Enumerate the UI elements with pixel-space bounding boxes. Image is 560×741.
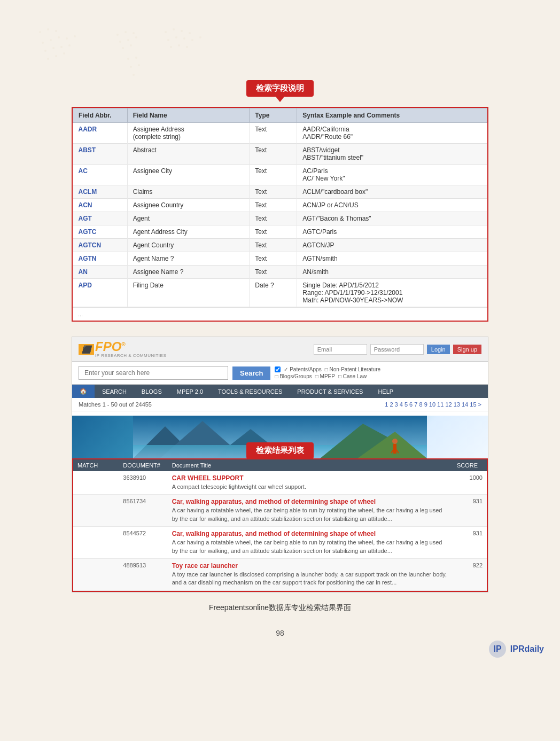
doc-id: 4889513 — [119, 558, 167, 590]
svg-point-17 — [133, 32, 135, 34]
svg-text:IP: IP — [493, 644, 501, 653]
svg-point-22 — [130, 44, 132, 46]
field-syntax: AGT/"Bacon & Thomas" — [297, 212, 487, 225]
svg-point-30 — [191, 39, 193, 41]
field-syntax: Single Date: APD/1/5/2012Range: APD/1/1/… — [297, 279, 487, 307]
field-abbr: AGT — [73, 212, 128, 225]
doc-id: 8561734 — [119, 495, 167, 527]
doc-title[interactable]: CAR WHEEL SUPPORT — [172, 474, 448, 482]
fpo-logo-icon: ⬛ — [82, 345, 91, 354]
col-title: Document Title — [168, 459, 453, 471]
doc-title-cell: CAR WHEEL SUPPORT A compact telescopic l… — [168, 471, 453, 495]
field-table-label: 检索字段说明 — [246, 80, 314, 97]
match-col — [73, 495, 119, 527]
svg-point-8 — [68, 44, 71, 46]
table-row: AC Assignee City Text AC/ParisAC/"New Yo… — [73, 165, 487, 185]
svg-point-27 — [167, 39, 169, 41]
svg-point-1 — [50, 39, 52, 41]
email-field[interactable] — [314, 344, 367, 355]
signup-button[interactable]: Sign up — [453, 345, 481, 354]
svg-point-33 — [178, 44, 180, 46]
field-abbr: AGTC — [73, 225, 128, 239]
nav-mpep[interactable]: MPEP 2.0 — [169, 385, 211, 398]
field-name: Assignee City — [127, 165, 250, 185]
results-row: 3638910 CAR WHEEL SUPPORT A compact tele… — [73, 471, 487, 495]
svg-point-9 — [47, 58, 49, 60]
svg-point-19 — [127, 39, 129, 41]
field-syntax: ABST/widgetABST/"titanium steel" — [297, 144, 487, 165]
field-abbr: ACN — [73, 199, 128, 212]
results-row: 4889513 Toy race car launcher A toy race… — [73, 558, 487, 590]
field-type: Text — [250, 144, 297, 165]
field-name: Agent Country — [127, 239, 250, 252]
svg-point-32 — [170, 46, 172, 48]
fpo-logo: ⬛ FPO® IP RESEARCH & COMMUNITIES — [79, 340, 166, 358]
doc-score: 922 — [453, 558, 487, 590]
search-button[interactable]: Search — [232, 366, 270, 380]
page-number: 98 — [276, 629, 284, 637]
field-type: Text — [250, 199, 297, 212]
svg-point-11 — [63, 52, 65, 54]
svg-point-47 — [392, 439, 398, 444]
table-row: ABST Abstract Text ABST/widgetABST/"tita… — [73, 144, 487, 165]
results-table-wrapper: MATCH DOCUMENT# Document Title SCORE 363… — [72, 458, 488, 592]
nav-tools[interactable]: TOOLS & RESOURCES — [211, 385, 290, 398]
doc-score: 931 — [453, 495, 487, 527]
svg-point-25 — [181, 30, 183, 32]
nav-home[interactable]: 🏠 — [72, 385, 95, 398]
nav-products[interactable]: PRODUCT & SERVICES — [290, 385, 370, 398]
password-field[interactable] — [370, 344, 424, 355]
field-abbr: ACLM — [73, 185, 128, 199]
nav-blogs[interactable]: BLOGS — [134, 385, 169, 398]
field-syntax: AADR/CaliforniaAADR/"Route 66" — [297, 123, 487, 144]
svg-point-31 — [199, 36, 201, 38]
svg-point-37 — [130, 66, 132, 68]
field-name: Agent — [127, 212, 250, 225]
fpo-interface-section: ⬛ FPO® IP RESEARCH & COMMUNITIES Login S… — [72, 337, 488, 592]
checkbox-patents[interactable]: ✓ Patents/Apps □ Non-Patent Literature — [275, 366, 380, 372]
field-type: Text — [250, 225, 297, 239]
doc-title[interactable]: Toy race car launcher — [172, 562, 448, 570]
doc-snippet: A compact telescopic lightweight car whe… — [172, 483, 448, 491]
search-input[interactable] — [79, 366, 228, 380]
nav-search[interactable]: SEARCH — [95, 385, 134, 398]
field-syntax: AN/smith — [297, 266, 487, 279]
doc-title[interactable]: Car, walking apparatus, and method of de… — [172, 498, 448, 505]
field-reference-table: Field Abbr. Field Name Type Syntax Examp… — [73, 108, 487, 307]
doc-title-cell: Car, walking apparatus, and method of de… — [168, 527, 453, 559]
field-name: Claims — [127, 185, 250, 199]
nav-help[interactable]: HELP — [370, 385, 401, 398]
table-row: AN Assignee Name ? Text AN/smith — [73, 266, 487, 279]
match-col — [73, 471, 119, 495]
svg-point-10 — [55, 55, 57, 57]
field-type: Text — [250, 239, 297, 252]
search-filter-checkboxes: ✓ Patents/Apps □ Non-Patent Literature □… — [275, 366, 380, 379]
table-row: AGTN Agent Name ? Text AGTN/smith — [73, 252, 487, 266]
field-name: Assignee Address(complete string) — [127, 123, 250, 144]
pagination[interactable]: 1 2 3 4 5 6 7 8 9 10 11 12 13 14 15 > — [385, 401, 481, 408]
field-syntax: ACLM/"cardboard box" — [297, 185, 487, 199]
svg-point-15 — [116, 34, 119, 36]
fpo-topbar: ⬛ FPO® IP RESEARCH & COMMUNITIES Login S… — [72, 337, 488, 362]
table-row: AGTC Agent Address City Text AGTC/Paris — [73, 225, 487, 239]
col-header-type: Type — [250, 108, 297, 123]
field-abbr: AC — [73, 165, 128, 185]
login-button[interactable]: Login — [427, 345, 450, 354]
field-type: Date ? — [250, 279, 297, 307]
match-col — [73, 558, 119, 590]
svg-point-18 — [119, 41, 121, 43]
matches-count: Matches 1 - 50 out of 24455 — [79, 401, 152, 408]
table-row: AGTCN Agent Country Text AGTCN/JP — [73, 239, 487, 252]
svg-point-5 — [44, 50, 46, 52]
doc-title[interactable]: Car, walking apparatus, and method of de… — [172, 530, 448, 537]
field-abbr: ABST — [73, 144, 128, 165]
field-syntax: ACN/JP or ACN/US — [297, 199, 487, 212]
checkbox-blogs[interactable]: □ Blogs/Groups □ MPEP □ Case Law — [275, 373, 380, 379]
field-type: Text — [250, 185, 297, 199]
svg-point-0 — [42, 42, 44, 44]
field-type: Text — [250, 123, 297, 144]
fpo-brand-name: FPO® — [95, 340, 166, 353]
field-abbr: AADR — [73, 123, 128, 144]
doc-id: 8544572 — [119, 527, 167, 559]
doc-score: 1000 — [453, 471, 487, 495]
